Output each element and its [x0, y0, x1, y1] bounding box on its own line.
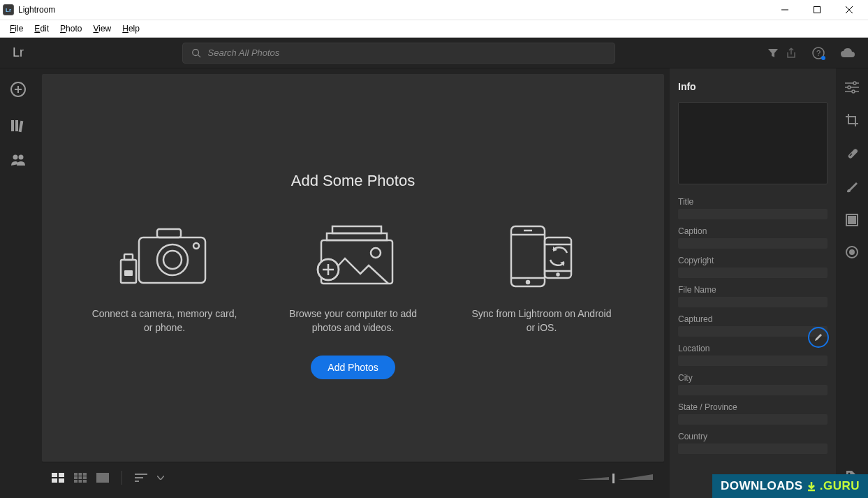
svg-point-20	[193, 243, 199, 249]
svg-rect-42	[59, 473, 64, 477]
thumbnail-size-slider[interactable]	[578, 471, 654, 484]
field-input-country[interactable]	[678, 444, 827, 454]
add-photos-rail-button[interactable]	[10, 81, 27, 101]
svg-rect-54	[96, 473, 109, 483]
svg-rect-41	[52, 473, 57, 477]
svg-rect-47	[83, 473, 87, 476]
filter-button[interactable]	[767, 47, 779, 59]
watermark-right: .GURU	[820, 479, 860, 493]
menu-photo[interactable]: Photo	[54, 22, 87, 36]
field-input-location[interactable]	[678, 356, 827, 366]
svg-point-63	[848, 86, 851, 89]
browse-files-icon	[311, 224, 395, 290]
svg-rect-13	[19, 121, 24, 132]
window-minimize-button[interactable]	[769, 0, 801, 20]
field-label-captured: Captured	[678, 314, 827, 324]
adjust-tool-button[interactable]	[845, 81, 859, 96]
svg-rect-22	[124, 254, 133, 260]
menubar: File Edit Photo View Help	[0, 20, 868, 38]
svg-rect-51	[74, 480, 78, 483]
option-browse-text: Browse your computer to add photos and v…	[280, 307, 427, 335]
search-icon	[191, 48, 201, 58]
linear-gradient-tool-button[interactable]	[846, 214, 858, 229]
people-rail-button[interactable]	[10, 154, 26, 169]
field-label-caption: Caption	[678, 226, 827, 236]
camera-icon	[119, 225, 210, 288]
svg-rect-11	[11, 120, 14, 131]
option-browse-computer: Browse your computer to add photos and v…	[280, 218, 427, 335]
svg-rect-25	[327, 233, 387, 240]
sort-dropdown[interactable]	[157, 476, 164, 480]
empty-state-heading: Add Some Photos	[291, 172, 415, 190]
menu-view[interactable]: View	[87, 22, 117, 36]
window-titlebar: Lr Lightroom	[0, 0, 868, 20]
menu-help[interactable]: Help	[117, 22, 145, 36]
watermark: DOWNLOADS .GURU	[712, 474, 868, 498]
svg-rect-53	[83, 480, 87, 483]
field-label-country: Country	[678, 432, 827, 441]
single-view-button[interactable]	[96, 473, 109, 483]
svg-point-70	[849, 249, 855, 255]
crop-tool-button[interactable]	[845, 113, 859, 130]
svg-rect-24	[332, 226, 381, 233]
bottom-toolbar	[42, 462, 664, 492]
svg-rect-48	[74, 476, 78, 479]
help-button[interactable]: ?	[812, 47, 825, 59]
field-label-city: City	[678, 373, 827, 383]
svg-point-27	[371, 248, 381, 258]
svg-rect-17	[157, 229, 181, 237]
field-label-filename: File Name	[678, 285, 827, 295]
search-input[interactable]: Search All Photos	[182, 43, 615, 64]
svg-rect-68	[848, 216, 856, 224]
app-icon: Lr	[3, 4, 14, 15]
svg-rect-44	[59, 478, 64, 483]
svg-point-62	[853, 82, 856, 85]
field-input-captured[interactable]	[678, 326, 827, 337]
pencil-icon	[814, 332, 823, 342]
edit-captured-button[interactable]	[808, 327, 829, 348]
right-tool-rail	[836, 68, 868, 498]
share-button[interactable]	[786, 47, 797, 59]
field-input-copyright[interactable]	[678, 268, 827, 278]
add-photos-button[interactable]: Add Photos	[311, 356, 395, 379]
field-label-copyright: Copyright	[678, 256, 827, 265]
svg-point-64	[852, 90, 855, 93]
info-panel-title: Info	[678, 81, 827, 92]
field-input-state[interactable]	[678, 414, 827, 425]
svg-rect-49	[79, 476, 82, 479]
download-arrow-icon	[806, 481, 817, 492]
field-label-title: Title	[678, 197, 827, 207]
svg-point-40	[557, 273, 559, 275]
svg-rect-1	[814, 7, 821, 13]
sort-button[interactable]	[135, 473, 147, 483]
field-input-city[interactable]	[678, 385, 827, 395]
window-close-button[interactable]	[833, 0, 865, 20]
search-placeholder: Search All Photos	[208, 47, 280, 58]
menu-file[interactable]: File	[4, 22, 29, 36]
radial-gradient-tool-button[interactable]	[846, 246, 858, 261]
cloud-sync-button[interactable]	[840, 47, 855, 59]
option-camera-text: Connect a camera, memory card, or phone.	[91, 307, 238, 335]
brush-tool-button[interactable]	[845, 180, 859, 197]
grid-view-small-button[interactable]	[74, 473, 87, 483]
svg-rect-12	[15, 120, 18, 131]
window-maximize-button[interactable]	[801, 0, 833, 20]
healing-tool-button[interactable]	[845, 147, 859, 163]
svg-rect-58	[612, 474, 615, 483]
app-logo: Lr	[7, 45, 29, 60]
menu-edit[interactable]: Edit	[29, 22, 54, 36]
svg-rect-23	[124, 270, 133, 276]
svg-rect-37	[545, 237, 571, 278]
field-label-location: Location	[678, 344, 827, 353]
library-rail-button[interactable]	[10, 119, 26, 136]
app-topbar: Lr Search All Photos ?	[0, 38, 868, 68]
sync-mobile-icon	[500, 224, 584, 290]
info-panel: Info Title Caption Copyright File Name C…	[670, 68, 836, 498]
field-input-filename[interactable]	[678, 297, 827, 307]
grid-view-large-button[interactable]	[52, 473, 64, 483]
field-input-caption[interactable]	[678, 238, 827, 249]
svg-point-18	[157, 244, 188, 275]
field-input-title[interactable]	[678, 209, 827, 219]
svg-rect-43	[52, 478, 57, 483]
svg-rect-52	[79, 480, 82, 483]
